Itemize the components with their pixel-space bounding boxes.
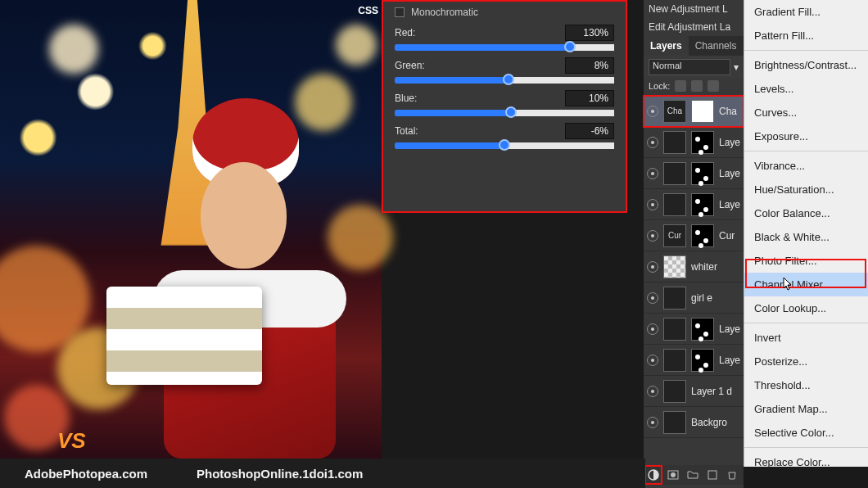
total-value[interactable]: -6% xyxy=(565,123,614,139)
layer-row[interactable]: Layer 2 e xyxy=(644,158,744,189)
blue-slider[interactable] xyxy=(395,110,614,116)
menu-item[interactable]: Brightness/Contrast... xyxy=(744,53,868,77)
layer-thumbnail[interactable]: Cha xyxy=(663,100,686,123)
visibility-eye-icon[interactable] xyxy=(647,106,658,117)
menu-item[interactable]: Color Lookup... xyxy=(744,296,868,320)
layer-thumbnail[interactable] xyxy=(663,318,686,341)
layer-thumbnail[interactable] xyxy=(663,162,686,185)
layer-thumbnail[interactable] xyxy=(663,255,686,278)
lock-all-icon[interactable] xyxy=(708,80,719,92)
visibility-eye-icon[interactable] xyxy=(647,199,658,210)
edit-adjustment-header[interactable]: Edit Adjustment La xyxy=(644,18,744,36)
total-slider[interactable] xyxy=(395,142,614,149)
layer-name[interactable]: Layer 2 e xyxy=(719,323,740,335)
layer-row[interactable]: CurCur xyxy=(644,220,744,251)
visibility-eye-icon[interactable] xyxy=(647,323,658,335)
layer-row[interactable]: Layer 1 d xyxy=(644,376,744,407)
layer-thumbnail[interactable] xyxy=(663,131,686,154)
total-label: Total: xyxy=(395,125,418,137)
layer-mask-thumbnail[interactable] xyxy=(691,193,714,216)
layer-name[interactable]: Layer 1 d xyxy=(691,386,732,397)
layer-thumbnail[interactable]: Cur xyxy=(663,224,686,247)
menu-item[interactable]: Vibrance... xyxy=(744,154,868,178)
visibility-eye-icon[interactable] xyxy=(647,355,658,366)
layer-thumbnail[interactable] xyxy=(663,349,686,372)
adjustment-layer-menu[interactable]: Gradient Fill...Pattern Fill...Brightnes… xyxy=(744,0,868,467)
menu-item[interactable]: Channel Mixer... xyxy=(744,273,868,296)
layer-name[interactable]: Cha xyxy=(719,106,737,117)
layer-row[interactable]: Layer 2 e xyxy=(644,314,744,345)
blue-value[interactable]: 10% xyxy=(565,90,614,106)
footer-link-right[interactable]: PhotoshopOnline.1doi1.com xyxy=(172,467,387,481)
tab-layers[interactable]: Layers xyxy=(644,36,689,56)
menu-item[interactable]: Black & White... xyxy=(744,225,868,249)
layer-name[interactable]: Layer 1 xyxy=(719,199,740,210)
layer-thumbnail[interactable] xyxy=(663,287,686,310)
layer-name[interactable]: Cur xyxy=(719,230,735,242)
layer-mask-thumbnail[interactable] xyxy=(691,318,714,341)
visibility-eye-icon[interactable] xyxy=(647,230,658,242)
lock-pixels-icon[interactable] xyxy=(675,80,686,92)
menu-item[interactable]: Threshold... xyxy=(744,373,868,397)
menu-item[interactable]: Hue/Saturation... xyxy=(744,178,868,201)
layer-row[interactable]: Backgro xyxy=(644,407,744,438)
menu-item[interactable]: Gradient Map... xyxy=(744,397,868,421)
new-adjustment-header[interactable]: New Adjustment L xyxy=(644,0,744,18)
footer-link-left[interactable]: AdobePhotopea.com xyxy=(0,467,172,481)
menu-item[interactable]: Exposure... xyxy=(744,124,868,148)
menu-item[interactable]: Selective Color... xyxy=(744,421,868,445)
layer-row[interactable]: Layer 2 e xyxy=(644,345,744,376)
visibility-eye-icon[interactable] xyxy=(647,168,658,179)
visibility-eye-icon[interactable] xyxy=(647,261,658,273)
layer-name[interactable]: Backgro xyxy=(691,417,727,428)
layer-thumbnail[interactable] xyxy=(663,411,686,434)
layer-mask-thumbnail[interactable] xyxy=(691,349,714,372)
red-value[interactable]: 130% xyxy=(565,25,614,41)
layer-name[interactable]: Layer 2 e xyxy=(719,355,740,366)
opacity-icon[interactable]: ▾ xyxy=(734,61,739,73)
red-slider[interactable] xyxy=(395,44,614,51)
menu-item[interactable]: Photo Filter... xyxy=(744,249,868,273)
layer-row[interactable]: whiter xyxy=(644,251,744,282)
layer-thumbnail[interactable] xyxy=(663,193,686,216)
layer-name[interactable]: Layer 2 e xyxy=(719,137,740,148)
menu-item[interactable]: Gradient Fill... xyxy=(744,0,868,24)
document-canvas[interactable]: CSS VS xyxy=(0,0,382,459)
visibility-eye-icon[interactable] xyxy=(647,417,658,428)
layers-footer: eff xyxy=(644,465,744,485)
menu-item[interactable]: Color Balance... xyxy=(744,201,868,225)
visibility-eye-icon[interactable] xyxy=(647,137,658,148)
layer-name[interactable]: whiter xyxy=(691,261,717,273)
layer-row[interactable]: Layer 2 e xyxy=(644,127,744,158)
menu-item[interactable]: Replace Color... xyxy=(744,450,868,474)
blend-mode-select[interactable]: Normal xyxy=(649,59,730,75)
lock-position-icon[interactable] xyxy=(691,80,703,92)
green-slider[interactable] xyxy=(395,77,614,84)
menu-item[interactable]: Invert xyxy=(744,326,868,350)
layer-name[interactable]: girl e xyxy=(691,292,712,304)
layer-mask-thumbnail[interactable] xyxy=(691,162,714,185)
tab-channels[interactable]: Channels xyxy=(689,36,744,56)
layer-row[interactable]: ChaCha xyxy=(644,96,744,127)
menu-item[interactable]: Levels... xyxy=(744,77,868,101)
menu-item[interactable]: Pattern Fill... xyxy=(744,24,868,47)
layer-row[interactable]: girl e xyxy=(644,282,744,314)
monochromatic-checkbox[interactable]: Monochromatic xyxy=(395,7,614,18)
menu-item[interactable]: Posterize... xyxy=(744,350,868,373)
green-label: Green: xyxy=(395,60,425,71)
new-adjustment-layer-icon[interactable] xyxy=(647,468,660,482)
layer-mask-thumbnail[interactable] xyxy=(691,131,714,154)
layer-thumbnail[interactable] xyxy=(663,380,686,403)
new-layer-icon[interactable] xyxy=(706,468,719,482)
layer-mask-thumbnail[interactable] xyxy=(691,100,714,123)
green-value[interactable]: 8% xyxy=(565,57,614,74)
visibility-eye-icon[interactable] xyxy=(647,292,658,304)
visibility-eye-icon[interactable] xyxy=(647,386,658,397)
delete-layer-icon[interactable] xyxy=(726,468,739,482)
layer-name[interactable]: Layer 2 e xyxy=(719,168,740,179)
menu-item[interactable]: Curves... xyxy=(744,101,868,124)
layer-row[interactable]: Layer 1 xyxy=(644,189,744,220)
layer-mask-icon[interactable] xyxy=(667,468,680,482)
layer-mask-thumbnail[interactable] xyxy=(691,224,714,247)
new-group-icon[interactable] xyxy=(686,468,699,482)
